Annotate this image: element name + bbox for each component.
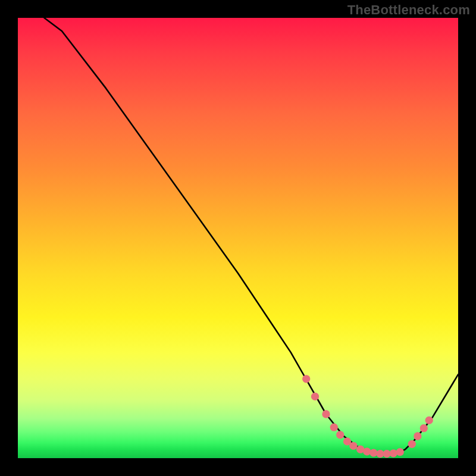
curve-line xyxy=(44,18,458,454)
marker-dot xyxy=(425,416,433,424)
marker-dot xyxy=(336,431,344,439)
plot-area xyxy=(18,18,458,458)
marker-dot xyxy=(330,424,338,431)
watermark-label: TheBottleneck.com xyxy=(347,2,470,18)
marker-dot xyxy=(390,449,397,457)
curve-path xyxy=(44,18,458,454)
marker-dot xyxy=(408,440,416,448)
marker-dot xyxy=(349,442,357,450)
marker-dot xyxy=(322,410,330,418)
chart-frame: TheBottleneck.com xyxy=(0,0,476,476)
marker-dot xyxy=(363,447,371,455)
curve-layer xyxy=(18,18,458,458)
curve-markers xyxy=(302,375,433,458)
marker-dot xyxy=(311,393,319,400)
marker-dot xyxy=(414,432,421,440)
marker-dot xyxy=(420,424,428,432)
marker-dot xyxy=(302,375,310,383)
marker-dot xyxy=(396,448,404,456)
